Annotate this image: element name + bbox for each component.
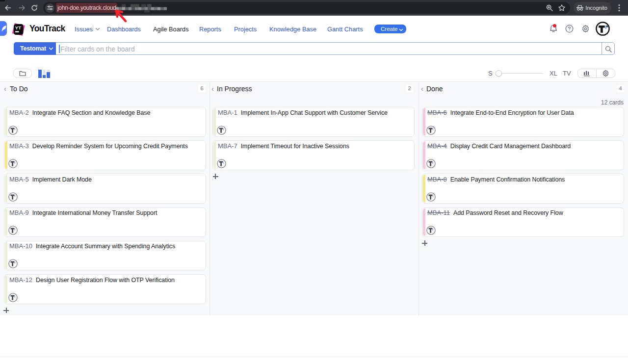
svg-text:YT: YT — [15, 25, 21, 30]
